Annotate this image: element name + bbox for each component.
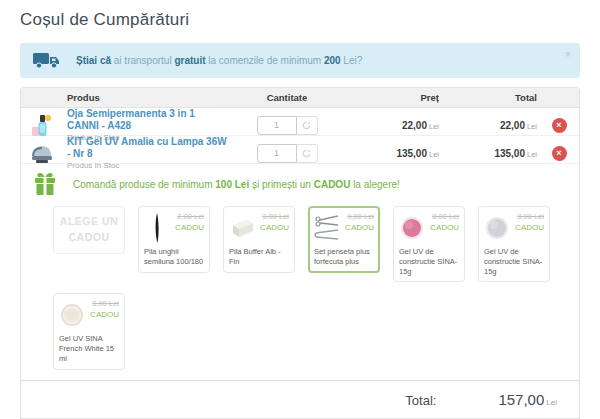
refresh-quantity-icon[interactable] — [297, 144, 318, 163]
row-total-value: 22,00 — [500, 120, 525, 131]
placeholder-line2: CADOU — [69, 230, 110, 246]
product-link[interactable]: KIT Gel UV Amalia cu Lampa 36W - Nr 8 — [67, 136, 228, 160]
header-produs: Produs — [67, 92, 228, 103]
gift-old-price: 3,00 Lei — [259, 212, 289, 221]
stock-status: Produs în Stoc — [67, 161, 228, 170]
free-shipping-banner: Știai că ai transportul gratuit la comen… — [20, 43, 580, 78]
gel-jar-clear-image — [484, 212, 510, 244]
gift-old-price: 2,00 Lei — [174, 212, 204, 221]
gift-card-pila-buffer[interactable]: 3,00 Lei CADOU Pila Buffer Alb - Fin — [223, 206, 295, 273]
truck-icon — [32, 51, 62, 70]
row-total-currency: Lei — [527, 122, 537, 131]
gift-name: Set penseta plus forfecuta plus — [314, 247, 374, 267]
gift-message-row: Comandă produse de minimum 100 Lei și pr… — [21, 172, 579, 196]
gift-name: Gel UV de constructie SINA-15g — [484, 247, 544, 276]
row-total-cell: 22,00Lei — [451, 120, 539, 131]
delete-cell: × — [539, 118, 579, 133]
remove-item-icon[interactable]: × — [552, 146, 567, 161]
product-thumbnail-kit — [30, 141, 54, 165]
gift-icon — [30, 172, 60, 196]
price-currency: Lei — [429, 150, 439, 159]
gift-card-gel-uv-pink[interactable]: 8,00 Lei CADOU Gel UV de constructie SIN… — [393, 206, 465, 282]
quantity-cell — [228, 116, 346, 135]
gift-msg-1: Comandă produse de minimum — [73, 179, 215, 190]
product-thumbnail-oja — [30, 113, 54, 137]
page-title: Coșul de Cumpărături — [20, 10, 580, 30]
cart-panel: Produs Cantitate Preț Total Oja Semiperm… — [20, 87, 580, 419]
free-shipping-text: Știai că ai transportul gratuit la comen… — [76, 55, 362, 66]
gift-card-pila-unghii[interactable]: 2,00 Lei CADOU Pila unghii semiluna 100/… — [138, 206, 210, 273]
gift-old-price: 8,00 Lei — [89, 299, 119, 308]
product-info: KIT Gel UV Amalia cu Lampa 36W - Nr 8 Pr… — [67, 136, 228, 170]
gift-name: Pila Buffer Alb - Fin — [229, 247, 289, 267]
product-link[interactable]: Oja Semipermanenta 3 in 1 CANNI - A428 — [67, 108, 228, 132]
total-value: 157,00 — [498, 391, 544, 408]
cadou-badge: CADOU — [89, 310, 119, 319]
buffer-block-image — [229, 212, 255, 244]
placeholder-line1: ALEGE UN — [60, 214, 118, 230]
quantity-input[interactable] — [257, 116, 297, 135]
banner-text-3: Lei? — [341, 55, 363, 66]
price-cell: 135,00Lei — [346, 148, 451, 159]
table-row: KIT Gel UV Amalia cu Lampa 36W - Nr 8 Pr… — [21, 136, 579, 164]
gift-msg-bold-cadou: CADOU — [314, 179, 351, 190]
cadou-badge: CADOU — [174, 223, 204, 232]
row-total-currency: Lei — [527, 150, 537, 159]
gift-msg-bold-100: 100 Lei — [215, 179, 249, 190]
header-cantitate: Cantitate — [228, 92, 346, 103]
tweezers-scissors-image — [314, 212, 340, 244]
gift-section: Comandă produse de minimum 100 Lei și pr… — [21, 164, 579, 380]
banner-text-1: ai transportul — [111, 55, 174, 66]
banner-bold-stiai-ca: Știai că — [76, 55, 111, 66]
cart-page: Coșul de Cumpărături Știai că ai transpo… — [0, 0, 600, 419]
gift-placeholder-card[interactable]: ALEGE UN CADOU — [53, 206, 125, 254]
quantity-input[interactable] — [257, 144, 297, 163]
price-cell: 22,00Lei — [346, 120, 451, 131]
quantity-cell — [228, 144, 346, 163]
refresh-quantity-icon[interactable] — [297, 116, 318, 135]
gift-name: Pila unghii semiluna 100/180 — [144, 247, 204, 267]
header-total: Total — [451, 92, 539, 103]
total-label: Total: — [405, 393, 436, 408]
price-value: 22,00 — [402, 120, 427, 131]
table-header: Produs Cantitate Preț Total — [21, 88, 579, 108]
gift-old-price: 8,00 Lei — [514, 212, 544, 221]
table-row: Oja Semipermanenta 3 in 1 CANNI - A428 P… — [21, 108, 579, 136]
cadou-badge: CADOU — [514, 223, 544, 232]
order-total-row: Total: 157,00Lei — [21, 380, 579, 418]
cadou-badge: CADOU — [344, 223, 374, 232]
nail-file-image — [144, 212, 170, 244]
banner-bold-200: 200 — [324, 55, 341, 66]
gift-name: Gel UV SINA French White 15 ml — [59, 334, 119, 363]
gift-cards: ALEGE UN CADOU 2,00 Lei CADOU Pila unghi… — [21, 196, 579, 370]
total-amount: 157,00Lei — [498, 391, 557, 408]
gift-message: Comandă produse de minimum 100 Lei și pr… — [73, 179, 400, 190]
cadou-badge: CADOU — [429, 223, 459, 232]
gel-jar-white-image — [59, 299, 85, 331]
row-total-value: 135,00 — [494, 148, 525, 159]
total-currency: Lei — [546, 398, 557, 407]
cadou-badge: CADOU — [259, 223, 289, 232]
gift-old-price: 9,00 Lei — [344, 212, 374, 221]
banner-bold-gratuit: gratuit — [174, 55, 205, 66]
banner-text-2: la comenzile de minimum — [206, 55, 324, 66]
gift-msg-3: la alegere! — [350, 179, 399, 190]
row-total-cell: 135,00Lei — [451, 148, 539, 159]
gift-card-gel-french-white[interactable]: 8,00 Lei CADOU Gel UV SINA French White … — [53, 293, 125, 369]
close-icon[interactable]: × — [565, 50, 571, 60]
header-pret: Preț — [346, 92, 451, 103]
price-value: 135,00 — [396, 148, 427, 159]
gift-card-set-penseta[interactable]: 9,00 Lei CADOU Set penseta plus forfecut… — [308, 206, 380, 273]
gift-msg-2: și primești un — [249, 179, 313, 190]
gift-name: Gel UV de constructie SINA-15g — [399, 247, 459, 276]
price-currency: Lei — [429, 122, 439, 131]
gift-old-price: 8,00 Lei — [429, 212, 459, 221]
gel-jar-pink-image — [399, 212, 425, 244]
delete-cell: × — [539, 146, 579, 161]
remove-item-icon[interactable]: × — [552, 118, 567, 133]
gift-card-gel-uv-clear[interactable]: 8,00 Lei CADOU Gel UV de constructie SIN… — [478, 206, 550, 282]
